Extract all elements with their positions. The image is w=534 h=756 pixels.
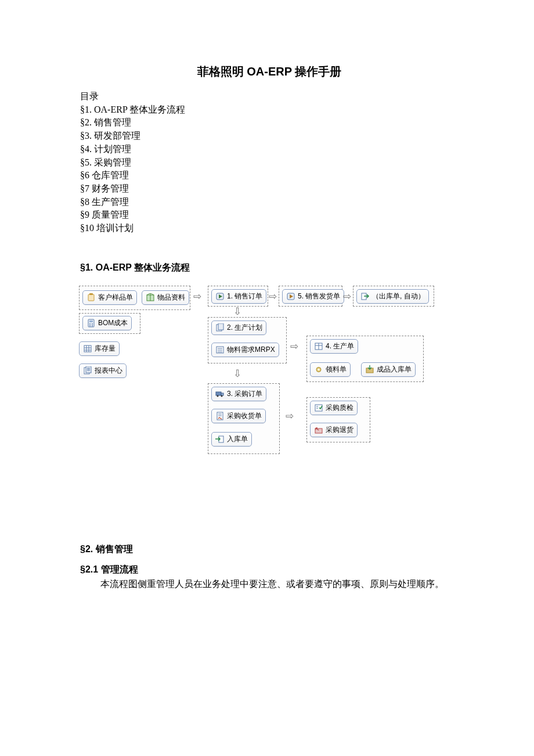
export-icon bbox=[360, 292, 370, 301]
truck-icon bbox=[215, 390, 225, 398]
section-2-heading: §2. 销售管理 bbox=[80, 543, 459, 556]
node-po-qc: 采购质检 bbox=[310, 401, 358, 415]
box-icon bbox=[146, 293, 155, 302]
package-in-icon bbox=[365, 365, 374, 374]
checklist-icon bbox=[314, 404, 323, 412]
node-item-master: 物品资料 bbox=[142, 290, 189, 305]
toc-item: §10 培训计划 bbox=[80, 222, 459, 235]
node-sales-order: 1. 销售订单 bbox=[211, 289, 266, 304]
node-fg-inbound: 成品入库单 bbox=[361, 362, 416, 377]
svg-point-6 bbox=[92, 323, 93, 325]
section-2-1-body: 本流程图侧重管理人员在业务处理中要注意、或者要遵守的事项、原则与处理顺序。 bbox=[100, 578, 459, 591]
import-icon bbox=[215, 435, 225, 444]
svg-rect-1 bbox=[89, 293, 93, 295]
node-mrp: 物料需求MRPX bbox=[211, 343, 279, 357]
svg-rect-29 bbox=[315, 429, 322, 433]
toc-item: §6 仓库管理 bbox=[80, 169, 459, 182]
arrow-right-icon: ⇨ bbox=[343, 290, 351, 303]
toc-item: §5. 采购管理 bbox=[80, 156, 459, 170]
svg-point-20 bbox=[318, 369, 320, 370]
node-label: 物料需求MRPX bbox=[227, 345, 275, 355]
node-label: 库存量 bbox=[95, 344, 116, 354]
node-po: 3. 采购订单 bbox=[211, 387, 266, 401]
clipboard-icon bbox=[86, 293, 96, 302]
arrow-right-icon: ⇨ bbox=[290, 340, 298, 352]
svg-point-7 bbox=[89, 325, 91, 326]
svg-point-24 bbox=[217, 395, 219, 397]
node-prod-order: 4. 生产单 bbox=[310, 339, 358, 354]
arrow-down-icon: ⇩ bbox=[233, 368, 241, 380]
node-material-req: 领料单 bbox=[310, 362, 351, 377]
node-label: 采购收货单 bbox=[227, 411, 262, 421]
play-icon bbox=[215, 292, 225, 301]
delivery-icon bbox=[286, 292, 295, 301]
node-label: 报表中心 bbox=[95, 366, 122, 376]
toc-heading: 目录 bbox=[80, 90, 459, 103]
page-title: 菲格照明 OA-ERP 操作手册 bbox=[80, 64, 459, 80]
svg-point-25 bbox=[221, 395, 223, 397]
node-label: 物品资料 bbox=[157, 293, 185, 303]
svg-rect-3 bbox=[88, 319, 94, 327]
node-outbound-auto: （出库单, 自动） bbox=[356, 289, 429, 304]
node-po-return: 采购退货 bbox=[310, 423, 358, 437]
node-label: 入库单 bbox=[227, 434, 248, 444]
arrow-right-icon: ⇨ bbox=[286, 410, 294, 422]
svg-rect-4 bbox=[89, 321, 93, 322]
section-2-1-heading: §2.1 管理流程 bbox=[80, 564, 459, 576]
svg-rect-22 bbox=[216, 392, 221, 395]
toc-item: §9 质量管理 bbox=[80, 208, 459, 222]
node-customer-sample: 客户样品单 bbox=[82, 290, 137, 305]
node-inbound: 入库单 bbox=[211, 432, 252, 447]
node-label: 采购质检 bbox=[326, 403, 353, 413]
arrow-down-icon: ⇩ bbox=[233, 305, 241, 318]
svg-point-5 bbox=[89, 323, 91, 325]
node-label: 5. 销售发货单 bbox=[298, 291, 340, 301]
node-label: （出库单, 自动） bbox=[372, 291, 425, 301]
node-label: 4. 生产单 bbox=[326, 341, 354, 351]
svg-point-8 bbox=[92, 325, 93, 326]
node-label: 成品入库单 bbox=[377, 365, 412, 375]
toc-item: §3. 研发部管理 bbox=[80, 129, 459, 143]
toc-item: §2. 销售管理 bbox=[80, 116, 459, 129]
report-icon bbox=[83, 366, 92, 375]
return-icon bbox=[314, 426, 323, 434]
grid-icon bbox=[83, 344, 92, 353]
svg-rect-23 bbox=[221, 393, 223, 395]
node-label: BOM成本 bbox=[98, 318, 128, 328]
grid-icon bbox=[314, 342, 323, 351]
flow-diagram: 客户样品单 物品资料 BOM成本 库存量 报表中心 1. 销售订单 5. 销售发… bbox=[77, 282, 471, 497]
node-label: 客户样品单 bbox=[98, 293, 133, 303]
node-label: 领料单 bbox=[326, 365, 347, 375]
doc-stack-icon bbox=[215, 323, 225, 332]
arrow-right-icon: ⇨ bbox=[193, 290, 201, 303]
receipt-icon bbox=[215, 412, 225, 420]
svg-rect-16 bbox=[218, 323, 223, 330]
node-prod-plan: 2. 生产计划 bbox=[211, 321, 266, 335]
section-1-heading: §1. OA-ERP 整体业务流程 bbox=[80, 262, 459, 274]
node-label: 采购退货 bbox=[326, 425, 353, 435]
toc-item: §4. 计划管理 bbox=[80, 143, 459, 156]
toc-block: 目录 §1. OA-ERP 整体业务流程 §2. 销售管理 §3. 研发部管理 … bbox=[80, 90, 459, 235]
toc-item: §7 财务管理 bbox=[80, 182, 459, 196]
toc-item: §8 生产管理 bbox=[80, 196, 459, 209]
node-delivery-note: 5. 销售发货单 bbox=[282, 289, 344, 304]
node-label: 2. 生产计划 bbox=[227, 323, 262, 333]
svg-rect-0 bbox=[88, 294, 94, 301]
gear-icon bbox=[314, 365, 323, 374]
calculator-icon bbox=[86, 319, 96, 327]
node-label: 1. 销售订单 bbox=[227, 291, 262, 301]
node-report-center: 报表中心 bbox=[79, 363, 127, 378]
list-icon bbox=[215, 345, 225, 354]
node-stock-qty: 库存量 bbox=[79, 341, 120, 356]
node-label: 3. 采购订单 bbox=[227, 389, 262, 399]
toc-item: §1. OA-ERP 整体业务流程 bbox=[80, 103, 459, 117]
node-po-receipt: 采购收货单 bbox=[211, 409, 266, 423]
arrow-right-icon: ⇨ bbox=[269, 290, 277, 303]
node-bom-cost: BOM成本 bbox=[82, 316, 132, 330]
svg-rect-9 bbox=[84, 345, 91, 352]
